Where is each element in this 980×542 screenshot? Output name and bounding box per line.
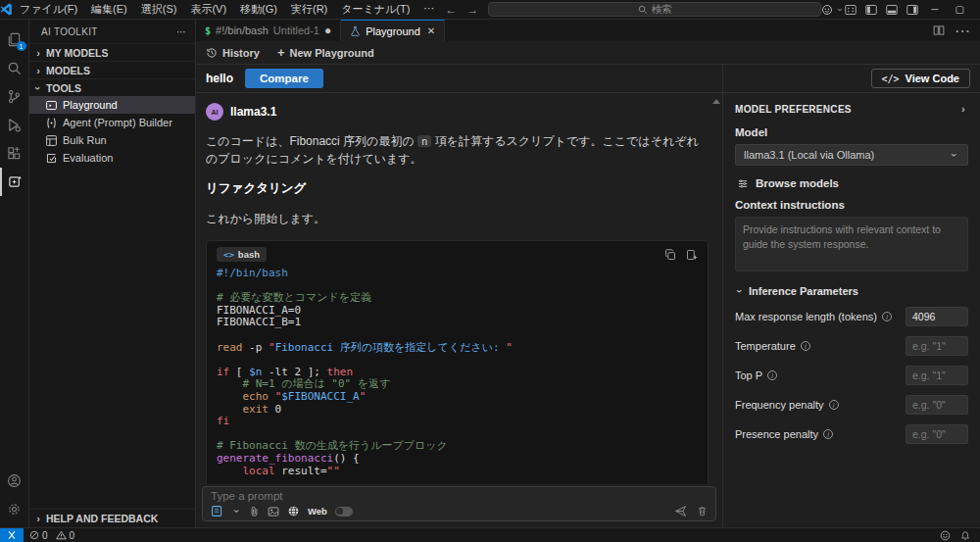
copilot-icon[interactable]: › (821, 4, 845, 16)
menu-item-0[interactable]: ファイル(F) (13, 2, 84, 17)
warning-icon (56, 530, 67, 540)
extensions-icon[interactable] (0, 139, 29, 168)
tab-untitled-bash[interactable]: $ #!/bin/bash Untitled-1 ● (196, 20, 341, 41)
code-lang-chip: <> bash (217, 247, 267, 262)
errors-status[interactable]: 0 (29, 530, 48, 541)
menu-item-4[interactable]: 移動(G) (233, 2, 284, 17)
menu-item-2[interactable]: 選択(S) (134, 2, 184, 17)
param-input[interactable]: e.g. "0" (906, 424, 968, 444)
split-editor-icon[interactable] (933, 25, 945, 36)
prompt-chip-hello[interactable]: hello (206, 72, 233, 85)
browse-models-button[interactable]: Browse models (737, 177, 968, 189)
editor-more-icon[interactable]: ⋯ (955, 22, 970, 40)
template-chevron-icon[interactable]: › (231, 507, 242, 517)
tab-playground[interactable]: Playground ✕ (341, 20, 445, 41)
tab-close-icon[interactable]: ✕ (427, 25, 435, 36)
warnings-status[interactable]: 0 (56, 530, 75, 541)
eval-icon (45, 152, 58, 165)
info-icon[interactable]: i (801, 341, 810, 351)
model-name: llama3.1 (230, 105, 276, 119)
toggle-sidebar-icon[interactable] (865, 4, 877, 16)
menu-item-7[interactable]: ⋯ (416, 2, 441, 17)
attach-image-icon[interactable] (268, 506, 279, 517)
context-instructions-input[interactable]: Provide instructions with relevant conte… (735, 217, 968, 271)
vscode-window: ファイル(F)編集(E)選択(S)表示(V)移動(G)実行(R)ターミナル(T)… (0, 0, 980, 542)
remote-indicator[interactable] (0, 528, 24, 542)
param-input[interactable]: e.g. "1" (906, 336, 968, 356)
search-input[interactable]: 検索 (488, 2, 821, 17)
param-label: Top Pi (735, 370, 777, 381)
menu-item-6[interactable]: ターミナル(T) (334, 2, 416, 17)
section-my-models[interactable]: ›MY MODELS (29, 43, 195, 61)
model-label: Model (735, 126, 968, 138)
section-help-feedback[interactable]: ›HELP AND FEEDBACK (29, 510, 195, 527)
scroll-up-icon[interactable] (712, 99, 720, 104)
bulk-icon (45, 134, 58, 147)
toggle-panel-icon[interactable] (886, 4, 898, 16)
delete-icon[interactable] (697, 505, 708, 517)
run-debug-icon[interactable] (0, 111, 29, 139)
menu-item-5[interactable]: 実行(R) (284, 2, 334, 17)
prompt-input-box[interactable]: Type a prompt › Web (202, 486, 716, 521)
accounts-icon[interactable] (0, 467, 29, 495)
feedback-smiley-icon[interactable] (940, 530, 951, 541)
menu-item-1[interactable]: 編集(E) (84, 2, 134, 17)
select-chevron-icon: › (949, 150, 960, 160)
insert-code-icon[interactable] (686, 249, 698, 261)
history-button[interactable]: History (206, 47, 260, 59)
inference-parameters-header[interactable]: › Inference Parameters (735, 285, 968, 297)
sidebar-title: AI TOOLKIT (41, 26, 98, 37)
toggle-secondary-sidebar-icon[interactable] (906, 4, 918, 16)
code-line (217, 477, 698, 484)
settings-gear-icon[interactable] (0, 495, 29, 523)
notifications-bell-icon[interactable] (960, 530, 970, 541)
sidebar-more-icon[interactable]: ⋯ (176, 26, 187, 37)
compare-button[interactable]: Compare (245, 69, 323, 88)
chat-scroll-area[interactable]: AI llama3.1 このコードは、Fibonacci 序列の最初の n 項を… (196, 93, 722, 484)
attach-file-icon[interactable] (249, 506, 260, 517)
param-input[interactable]: e.g. "1" (906, 366, 968, 385)
explorer-icon[interactable]: 1 (0, 25, 29, 54)
modified-dot-icon[interactable]: ● (324, 24, 331, 37)
code-line: fi (217, 416, 698, 428)
prompt-template-icon[interactable] (211, 505, 223, 517)
info-icon[interactable]: i (829, 400, 839, 410)
param-input[interactable]: 4096 (906, 307, 968, 326)
ai-toolkit-icon[interactable] (0, 168, 29, 196)
sidebar-item-bulk-run[interactable]: Bulk Run (29, 131, 195, 149)
sidebar-item-playground[interactable]: Playground (29, 96, 195, 114)
sidebar-item-evaluation[interactable]: Evaluation (29, 149, 195, 167)
sidebar-item-label: Playground (63, 99, 118, 111)
search-placeholder: 検索 (652, 3, 672, 17)
customize-layout-icon[interactable] (845, 4, 857, 16)
info-icon[interactable]: i (767, 370, 777, 380)
activity-bar: 1 (0, 20, 29, 527)
view-code-button[interactable]: </> View Code (871, 69, 971, 88)
info-icon[interactable]: i (823, 429, 833, 439)
tools-list: PlaygroundAgent (Prompt) BuilderBulk Run… (29, 96, 195, 167)
send-icon[interactable] (674, 505, 687, 517)
sidebar-item-label: Evaluation (63, 152, 113, 164)
web-toggle[interactable] (335, 507, 353, 517)
section-models[interactable]: ›MODELS (29, 61, 195, 78)
minimize-button[interactable]: ─ (927, 4, 942, 15)
source-control-icon[interactable] (0, 82, 29, 111)
search-sidebar-icon[interactable] (0, 54, 29, 82)
sidebar-item-agent-prompt-builder[interactable]: Agent (Prompt) Builder (29, 114, 195, 131)
new-playground-button[interactable]: + New Playground (277, 45, 374, 60)
chat-column: hello Compare AI llama3.1 このコードは、Fibonac… (196, 65, 722, 527)
section-tools[interactable]: ›TOOLS (29, 78, 195, 96)
code-content: #!/bin/bash # 必要な変数とコマンドを定義FIBONACCI_A=0… (217, 268, 698, 484)
agent-icon (45, 117, 58, 129)
menu-item-3[interactable]: 表示(V) (183, 2, 233, 17)
model-preferences-header[interactable]: MODEL PREFERENCES › (735, 103, 968, 115)
copy-code-icon[interactable] (664, 249, 676, 261)
info-icon[interactable]: i (882, 312, 892, 321)
context-instructions-label: Context instructions (735, 199, 968, 211)
nav-back-icon[interactable]: ← (445, 3, 457, 17)
param-input[interactable]: e.g. "0" (906, 395, 968, 415)
nav-forward-icon[interactable]: → (466, 3, 478, 17)
model-select[interactable]: llama3.1 (Local via Ollama) › (735, 144, 968, 166)
maximize-button[interactable]: ▢ (951, 4, 967, 15)
code-line: read -p "Fibonacci 序列の項数を指定してください: " (217, 342, 698, 355)
